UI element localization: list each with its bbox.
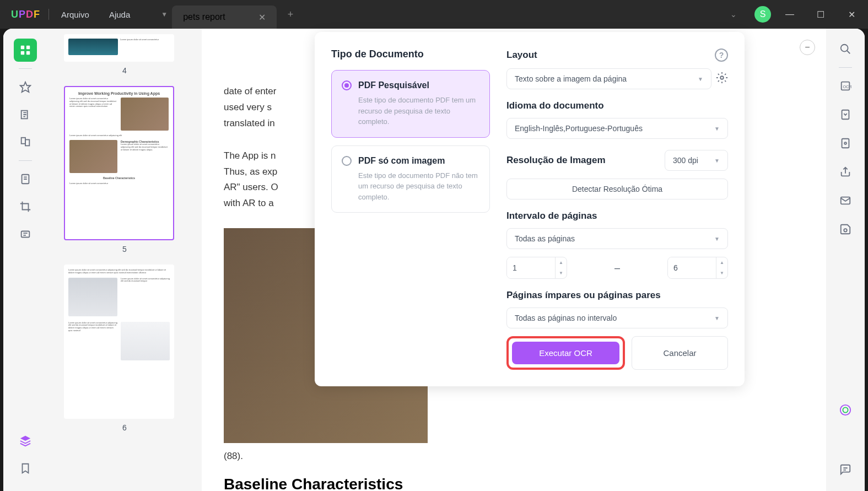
redact-tool-icon[interactable] — [14, 223, 37, 246]
email-icon[interactable] — [835, 190, 856, 211]
doc-type-title: Tipo de Documento — [331, 48, 490, 60]
svg-rect-0 — [21, 46, 24, 49]
chevron-down-icon: ▼ — [714, 158, 720, 164]
ocr-icon[interactable]: OCR — [835, 75, 856, 96]
comment-icon[interactable] — [835, 459, 856, 480]
thumbnail-page-4[interactable]: Lorem ipsum dolor sit amet consectetur 4 — [64, 34, 185, 75]
chevron-down-icon: ▼ — [714, 126, 720, 132]
spinner-up-icon[interactable]: ▲ — [716, 257, 727, 268]
tab-close-icon[interactable]: ✕ — [258, 12, 266, 23]
cancel-button[interactable]: Cancelar — [632, 336, 728, 370]
svg-point-16 — [840, 405, 850, 415]
page-from-stepper[interactable]: ▲▼ — [506, 257, 567, 279]
svg-rect-12 — [842, 139, 849, 148]
page-to-field[interactable] — [668, 257, 716, 278]
resolution-label: Resolução de Imagem — [506, 155, 658, 166]
svg-point-18 — [720, 76, 724, 79]
thumb-label: 5 — [64, 245, 185, 253]
detect-resolution-button[interactable]: Detectar Resolução Ótima — [506, 179, 728, 199]
right-toolbar: OCR — [826, 29, 865, 491]
spinner-down-icon[interactable]: ▼ — [556, 268, 567, 278]
svg-point-17 — [843, 407, 848, 412]
form-tool-icon[interactable] — [14, 168, 37, 191]
thumbnails-tool-icon[interactable] — [14, 39, 37, 62]
svg-text:OCR: OCR — [843, 84, 851, 89]
app-logo: UPDF — [4, 9, 46, 20]
maximize-icon[interactable]: ☐ — [808, 6, 833, 23]
svg-point-13 — [844, 142, 847, 144]
user-avatar[interactable]: S — [754, 6, 771, 23]
svg-rect-3 — [26, 51, 30, 55]
language-select[interactable]: English-Inglês,Portuguese-Português ▼ — [506, 118, 728, 139]
page-tool-icon[interactable] — [14, 131, 37, 154]
crop-tool-icon[interactable] — [14, 195, 37, 218]
spinner-down-icon[interactable]: ▼ — [716, 268, 727, 278]
tab-dropdown-icon[interactable]: ▼ — [157, 10, 172, 18]
thumb-label: 6 — [64, 423, 185, 432]
save-icon[interactable] — [835, 219, 856, 240]
convert-icon[interactable] — [835, 104, 856, 125]
chevron-down-icon[interactable]: ⌄ — [719, 10, 748, 19]
svg-rect-7 — [21, 231, 30, 238]
close-window-icon[interactable]: ✕ — [839, 6, 864, 23]
resolution-select[interactable]: 300 dpi ▼ — [665, 150, 728, 171]
svg-rect-4 — [21, 138, 25, 144]
gear-icon[interactable] — [716, 72, 728, 86]
radio-icon — [342, 80, 352, 90]
layout-select[interactable]: Texto sobre a imagem da página ▼ — [506, 68, 711, 89]
help-icon[interactable]: ? — [715, 48, 728, 62]
thumbnail-page-5[interactable]: Improve Working Productivity in Using Ap… — [64, 86, 185, 253]
menu-arquivo[interactable]: Arquivo — [51, 10, 99, 19]
doc-heading: Baseline Characteristics — [224, 476, 804, 491]
page-range-label: Intervalo de páginas — [506, 211, 728, 222]
svg-rect-2 — [21, 51, 24, 55]
titlebar: UPDF Arquivo Ajuda ▼ pets report ✕ + ⌄ S… — [0, 0, 868, 29]
chevron-down-icon: ▼ — [698, 76, 703, 82]
protect-icon[interactable] — [835, 133, 856, 154]
share-icon[interactable] — [835, 161, 856, 182]
odd-even-label: Páginas ímpares ou páginas pares — [506, 290, 728, 301]
zoom-out-icon[interactable]: − — [800, 40, 815, 55]
doc-text: (88). — [224, 449, 804, 465]
left-toolbar — [3, 29, 47, 491]
page-to-stepper[interactable]: ▲▼ — [667, 257, 728, 279]
layers-tool-icon[interactable] — [14, 429, 37, 452]
page-range-select[interactable]: Todas as páginas ▼ — [506, 228, 728, 249]
edit-tool-icon[interactable] — [14, 103, 37, 126]
execute-ocr-button[interactable]: Executar OCR — [512, 342, 619, 364]
thumb-label: 4 — [64, 66, 185, 75]
svg-point-15 — [844, 229, 847, 232]
page-from-field[interactable] — [507, 257, 555, 278]
bookmark-tool-icon[interactable] — [14, 457, 37, 480]
thumbnail-page-6[interactable]: Lorem ipsum dolor sit amet consectetur a… — [64, 265, 185, 432]
doc-type-searchable[interactable]: PDF Pesquisável Este tipo de documento P… — [331, 70, 490, 138]
radio-icon — [342, 156, 352, 166]
minimize-icon[interactable]: — — [778, 6, 802, 23]
svg-rect-1 — [26, 46, 30, 49]
chevron-down-icon: ▼ — [714, 236, 720, 242]
thumbnail-panel: Lorem ipsum dolor sit amet consectetur 4… — [47, 29, 202, 491]
language-label: Idioma do documento — [506, 100, 728, 111]
odd-even-select[interactable]: Todas as páginas no intervalo ▼ — [506, 307, 728, 328]
page-dash: – — [567, 262, 667, 274]
search-icon[interactable] — [835, 39, 856, 60]
document-tab[interactable]: pets report ✕ — [172, 6, 276, 29]
menu-ajuda[interactable]: Ajuda — [99, 10, 140, 19]
ocr-panel: Tipo de Documento PDF Pesquisável Este t… — [315, 32, 745, 386]
svg-point-8 — [841, 45, 848, 52]
highlight-execute: Executar OCR — [506, 336, 625, 370]
add-tab-icon[interactable]: + — [277, 9, 305, 20]
highlight-tool-icon[interactable] — [14, 75, 37, 99]
chevron-down-icon: ▼ — [714, 315, 720, 321]
tab-title: pets report — [183, 12, 225, 22]
ai-assistant-icon[interactable] — [839, 404, 851, 418]
svg-rect-5 — [25, 139, 29, 145]
spinner-up-icon[interactable]: ▲ — [556, 257, 567, 268]
layout-label: Layout — [506, 50, 537, 61]
doc-type-image-only[interactable]: PDF só com imagem Este tipo de documento… — [331, 145, 490, 213]
